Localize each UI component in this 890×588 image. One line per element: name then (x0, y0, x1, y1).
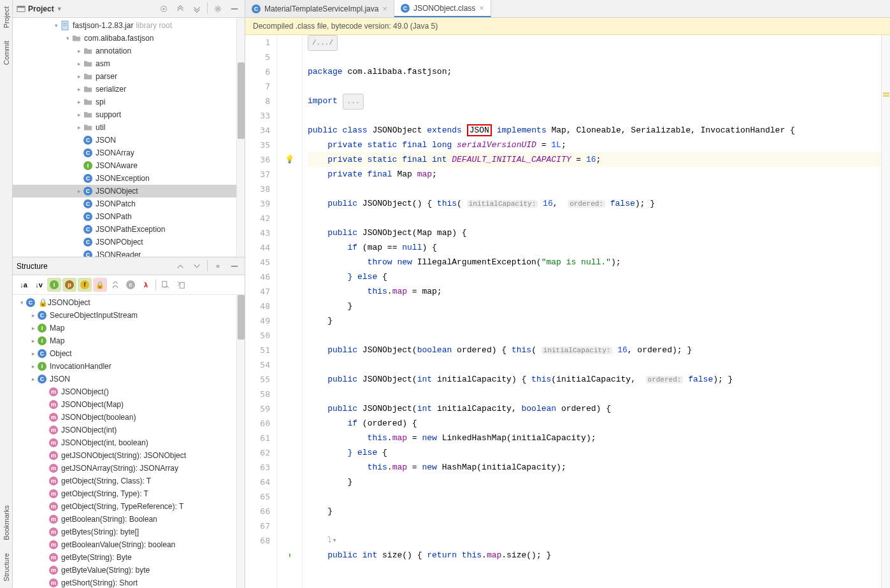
project-tree-item[interactable]: ▸CJSONPObject (13, 236, 236, 248)
code-line[interactable]: this.map = map; (308, 284, 881, 299)
bookmarks-tab[interactable]: Bookmarks (1, 499, 11, 547)
scroll-thumb[interactable] (238, 295, 245, 340)
bulb-icon[interactable]: 💡 (285, 152, 294, 167)
project-tree-item[interactable]: ▸CJSONException (13, 172, 236, 185)
collapse-all-icon[interactable] (190, 3, 203, 15)
structure-tree-item[interactable]: ▸mgetJSONArray(String): JSONArray (13, 462, 236, 475)
collapse-all-icon[interactable] (190, 260, 203, 273)
filter-inherited-icon[interactable] (108, 278, 122, 292)
code-line[interactable]: } else { (308, 269, 881, 284)
hide-icon[interactable] (228, 3, 241, 15)
editor-tab[interactable]: CJSONObject.class× (394, 0, 491, 17)
code-line[interactable]: private static final int DEFAULT_INITIAL… (308, 152, 881, 167)
hide-icon[interactable] (228, 260, 241, 273)
code-line[interactable]: public JSONObject(boolean ordered) { thi… (308, 343, 881, 357)
gear-icon[interactable] (212, 3, 224, 15)
code-line[interactable]: throw new IllegalArgumentException("map … (308, 255, 881, 269)
project-tree-item[interactable]: ▸parser (13, 70, 236, 83)
code-line[interactable] (308, 50, 881, 64)
code-line[interactable]: public int size() { return this.map.size… (308, 548, 881, 563)
structure-tree-item[interactable]: ▸IMap (13, 334, 236, 347)
project-tree-item[interactable]: ▸CJSONArray (13, 147, 236, 159)
structure-tree[interactable]: ▾C 🔒JSONObject▸CSecureObjectInputStream▸… (13, 295, 236, 588)
code-line[interactable] (308, 387, 881, 401)
override-icon[interactable]: ⬆ (287, 548, 291, 563)
project-panel-title[interactable]: Project ▼ (17, 4, 62, 13)
select-open-file-icon[interactable] (157, 3, 170, 15)
code-line[interactable]: } else { (308, 445, 881, 460)
project-tree-item[interactable]: ▸asm (13, 57, 236, 70)
code-line[interactable]: public class JSONObject extends JSON imp… (308, 123, 881, 138)
code-line[interactable]: } (308, 299, 881, 313)
code-line[interactable] (308, 211, 881, 226)
autoscroll-source-icon[interactable] (159, 278, 173, 292)
autoscroll-from-icon[interactable] (174, 278, 188, 292)
close-icon[interactable]: × (382, 4, 387, 13)
project-tree-item[interactable]: ▸spi (13, 96, 236, 108)
gear-icon[interactable] (212, 260, 224, 273)
code-line[interactable]: public JSONObject(int initialCapacity, b… (308, 401, 881, 416)
structure-tab[interactable]: Structure (1, 547, 11, 588)
code-line[interactable]: if (ordered) { (308, 416, 881, 431)
sort-alpha-icon[interactable]: ↓a (17, 278, 31, 292)
code-line[interactable] (308, 357, 881, 372)
code-line[interactable]: } (308, 504, 881, 519)
code-line[interactable] (308, 182, 881, 196)
project-tree-item[interactable]: ▸CJSONPatch (13, 197, 236, 210)
structure-tree-item[interactable]: ▸mgetShort(String): Short (13, 577, 236, 588)
code-line[interactable]: /.../ (308, 35, 881, 50)
commit-tab[interactable]: Commit (1, 34, 11, 71)
code-line[interactable]: } (308, 313, 881, 328)
structure-tree-item[interactable]: ▸mJSONObject(boolean) (13, 411, 236, 424)
filter-lock-icon[interactable]: 🔒 (93, 278, 107, 292)
code-line[interactable] (308, 79, 881, 94)
expand-all-icon[interactable] (174, 3, 187, 15)
editor-tab[interactable]: CMaterialTemplateServiceImpl.java× (245, 0, 394, 17)
project-tree-item[interactable]: ▸CJSONObject (13, 185, 236, 197)
filter-fields-icon[interactable]: f (78, 278, 92, 292)
project-tree-item[interactable]: ▸CJSON (13, 134, 236, 147)
code-line[interactable]: public JSONObject() { this( initialCapac… (308, 196, 881, 211)
filter-interface-icon[interactable]: I (47, 278, 61, 292)
structure-tree-item[interactable]: ▸mgetByteValue(String): byte (13, 564, 236, 577)
sort-visibility-icon[interactable]: ↓v (32, 278, 46, 292)
line-gutter[interactable]: 1567833343536373839424344454647484950515… (245, 35, 277, 588)
code-line[interactable]: ⤵▾ (308, 533, 881, 548)
project-tree-item[interactable]: ▾fastjson-1.2.83.jarlibrary root (13, 19, 236, 32)
code-line[interactable]: package com.alibaba.fastjson; (308, 64, 881, 79)
structure-tree-item[interactable]: ▸CJSON (13, 373, 236, 385)
structure-tree-item[interactable]: ▸mgetObject(String, TypeReference): T (13, 500, 236, 513)
structure-tree-item[interactable]: ▸mJSONObject(int) (13, 424, 236, 436)
structure-tree-item[interactable]: ▸mJSONObject(Map) (13, 398, 236, 411)
project-tree-item[interactable]: ▸CJSONPathException (13, 223, 236, 236)
project-tree-item[interactable]: ▸serializer (13, 83, 236, 96)
code-line[interactable] (308, 108, 881, 123)
project-tree-item[interactable]: ▸annotation (13, 45, 236, 57)
project-tree-item[interactable]: ▸support (13, 108, 236, 121)
code-line[interactable]: private final Map map; (308, 167, 881, 182)
code-line[interactable] (308, 328, 881, 343)
code-line[interactable] (308, 489, 881, 504)
editor-marker-bar[interactable] (881, 35, 890, 588)
project-tree-item[interactable]: ▸CJSONReader (13, 248, 236, 257)
structure-tree-item[interactable]: ▸mgetObject(String, Class): T (13, 475, 236, 487)
project-tree-item[interactable]: ▾com.alibaba.fastjson (13, 32, 236, 45)
structure-scrollbar[interactable] (236, 295, 245, 588)
project-tree-item[interactable]: ▸util (13, 121, 236, 134)
scroll-thumb[interactable] (238, 62, 245, 139)
structure-tree-item[interactable]: ▸mgetJSONObject(String): JSONObject (13, 449, 236, 462)
code-editor[interactable]: /.../package com.alibaba.fastjson;import… (303, 35, 881, 588)
project-tree-item[interactable]: ▸CJSONPath (13, 210, 236, 223)
filter-properties-icon[interactable]: p (62, 278, 76, 292)
code-line[interactable]: if (map == null) { (308, 240, 881, 255)
structure-tree-item[interactable]: ▸mgetObject(String, Type): T (13, 487, 236, 500)
structure-tree-item[interactable]: ▸mJSONObject(int, boolean) (13, 436, 236, 449)
expand-all-icon[interactable] (174, 260, 187, 273)
structure-tree-item[interactable]: ▾C 🔒JSONObject (13, 296, 236, 309)
code-line[interactable]: this.map = new LinkedHashMap(initialCapa… (308, 431, 881, 445)
structure-tree-item[interactable]: ▸mgetBoolean(String): Boolean (13, 513, 236, 526)
project-tab[interactable]: Project (1, 0, 11, 34)
code-line[interactable]: this.map = new HashMap(initialCapacity); (308, 460, 881, 475)
structure-tree-item[interactable]: ▸IMap (13, 322, 236, 334)
structure-tree-item[interactable]: ▸IInvocationHandler (13, 360, 236, 373)
